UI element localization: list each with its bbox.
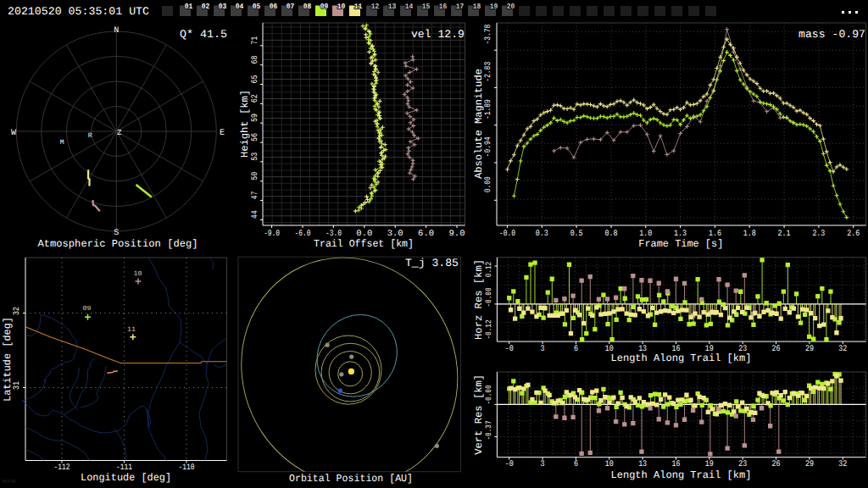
svg-text:10: 10	[337, 3, 346, 11]
svg-text:6: 6	[574, 345, 578, 354]
svg-text:62: 62	[252, 94, 261, 103]
svg-text:56: 56	[252, 133, 261, 141]
svg-text:0.8: 0.8	[604, 230, 617, 239]
svg-text:53: 53	[252, 152, 261, 161]
svg-text:Frame Time [s]: Frame Time [s]	[638, 238, 723, 250]
svg-text:23: 23	[738, 460, 747, 469]
svg-text:0.3: 0.3	[536, 230, 548, 239]
svg-text:3: 3	[541, 460, 545, 469]
svg-text:20210520 05:35:01 UTC: 20210520 05:35:01 UTC	[8, 5, 149, 18]
svg-text:Atmospheric Position [deg]: Atmospheric Position [deg]	[38, 238, 198, 250]
svg-text:65: 65	[252, 75, 261, 83]
svg-text:S: S	[114, 229, 119, 238]
svg-text:pylig: pylig	[3, 479, 15, 484]
svg-text:-0.37: -0.37	[484, 421, 493, 441]
svg-text:18: 18	[473, 3, 481, 11]
svg-text:32: 32	[13, 307, 22, 315]
svg-text:17: 17	[456, 3, 465, 11]
svg-text:-9.0: -9.0	[264, 230, 280, 239]
svg-text:05: 05	[253, 3, 261, 11]
svg-text:02: 02	[202, 3, 210, 11]
svg-text:Length Along Trail [km]: Length Along Trail [km]	[611, 352, 752, 364]
svg-text:Horz Res [km]: Horz Res [km]	[473, 259, 485, 340]
svg-text:20: 20	[507, 3, 515, 11]
svg-text:9.0: 9.0	[448, 230, 465, 239]
svg-text:09: 09	[83, 305, 92, 313]
svg-text:-0: -0	[505, 345, 514, 354]
svg-text:11: 11	[354, 3, 363, 11]
svg-text:2.3: 2.3	[812, 230, 825, 239]
svg-text:-2.83: -2.83	[485, 62, 494, 82]
svg-text:-0.00: -0.00	[484, 385, 493, 404]
svg-text:-0.0: -0.0	[499, 230, 515, 239]
svg-text:0.5: 0.5	[570, 230, 583, 239]
svg-text:04: 04	[236, 3, 244, 11]
svg-text:09: 09	[320, 3, 329, 11]
svg-text:03: 03	[219, 3, 227, 11]
svg-text:1.8: 1.8	[743, 230, 756, 239]
svg-text:2.1: 2.1	[778, 230, 791, 239]
svg-text:01: 01	[185, 3, 193, 11]
svg-text:Z: Z	[117, 129, 122, 137]
svg-text:-3.78: -3.78	[485, 25, 494, 45]
svg-text:-110: -110	[179, 463, 195, 473]
svg-text:-112: -112	[54, 463, 70, 473]
svg-text:mass -0.97: mass -0.97	[798, 28, 865, 41]
svg-text:-0.12: -0.12	[484, 319, 493, 339]
svg-text:0.00: 0.00	[485, 176, 494, 192]
svg-text:10: 10	[134, 270, 142, 278]
svg-text:R: R	[88, 132, 92, 140]
svg-text:Latitude [deg]: Latitude [deg]	[2, 317, 14, 402]
svg-text:26: 26	[772, 345, 781, 354]
svg-text:08: 08	[303, 3, 312, 11]
svg-text:-0.00: -0.00	[484, 287, 493, 307]
svg-text:14: 14	[405, 3, 414, 11]
svg-text:59: 59	[252, 114, 261, 122]
svg-text:0.12: 0.12	[484, 262, 493, 278]
svg-text:W: W	[11, 129, 16, 138]
svg-text:6.0: 6.0	[418, 230, 434, 239]
svg-text:6: 6	[574, 460, 578, 469]
svg-text:Q* 41.5: Q* 41.5	[180, 28, 227, 41]
svg-text:31: 31	[13, 381, 22, 390]
svg-text:N: N	[114, 26, 119, 36]
svg-text:10: 10	[605, 460, 614, 469]
svg-text:Absolute Magnitude: Absolute Magnitude	[473, 69, 485, 179]
svg-text:29: 29	[805, 345, 814, 354]
svg-text:16: 16	[439, 3, 448, 11]
svg-text:2.6: 2.6	[847, 230, 860, 239]
svg-text:vel 12.9: vel 12.9	[411, 28, 465, 41]
svg-text:29: 29	[805, 460, 814, 469]
svg-text:E: E	[220, 129, 225, 138]
svg-text:44: 44	[252, 210, 261, 219]
svg-text:11: 11	[127, 326, 136, 334]
svg-text:07: 07	[287, 3, 295, 11]
svg-text:Longitude [deg]: Longitude [deg]	[81, 472, 171, 484]
svg-text:-0: -0	[505, 460, 514, 469]
svg-text:13: 13	[638, 460, 647, 469]
svg-text:19: 19	[490, 3, 498, 11]
svg-text:19: 19	[705, 460, 714, 469]
svg-text:Vert Res [km]: Vert Res [km]	[473, 374, 485, 455]
svg-text:T_j 3.85: T_j 3.85	[405, 257, 459, 269]
svg-text:68: 68	[252, 56, 261, 64]
svg-text:Orbital Position [AU]: Orbital Position [AU]	[289, 473, 413, 485]
svg-text:32: 32	[838, 460, 847, 469]
svg-text:16: 16	[672, 460, 681, 469]
svg-text:M: M	[60, 139, 64, 147]
svg-text:Length Along Trail [km]: Length Along Trail [km]	[611, 469, 752, 481]
svg-text:13: 13	[388, 3, 397, 11]
svg-text:Height [km]: Height [km]	[239, 90, 251, 158]
svg-text:Trail Offset [km]: Trail Offset [km]	[314, 238, 414, 250]
svg-text:-6.0: -6.0	[295, 230, 311, 239]
svg-text:15: 15	[422, 3, 431, 11]
svg-text:71: 71	[252, 36, 261, 45]
svg-text:-0.94: -0.94	[485, 136, 494, 157]
svg-text:3: 3	[541, 345, 545, 354]
svg-text:47: 47	[252, 191, 261, 200]
svg-text:50: 50	[252, 172, 261, 180]
svg-text:26: 26	[772, 460, 781, 469]
svg-text:06: 06	[270, 3, 278, 11]
svg-text:-1.89: -1.89	[485, 99, 494, 119]
svg-text:32: 32	[838, 345, 847, 354]
